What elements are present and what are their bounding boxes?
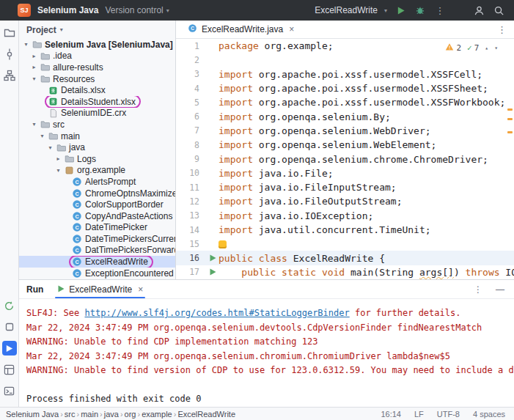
rerun-icon[interactable]: [2, 298, 17, 313]
breadcrumb-item[interactable]: Selenium Java: [6, 410, 59, 419]
chevron-down-icon[interactable]: ▾: [46, 144, 54, 151]
tree-item-dattimepickersforward[interactable]: CDatTimePickersForward: [19, 245, 175, 257]
console-output[interactable]: SLF4J: See http://www.slf4j.org/codes.ht…: [19, 299, 514, 407]
chevron-down-icon[interactable]: ▾: [60, 26, 63, 33]
run-icon[interactable]: [2, 341, 17, 355]
tree-item-idea[interactable]: ▸.idea: [19, 51, 175, 62]
tree-item-colorsupportborder[interactable]: CColorSupportBorder: [19, 199, 175, 210]
chevron-down-icon[interactable]: ▾: [30, 121, 38, 128]
search-icon[interactable]: [492, 4, 505, 17]
tree-item-selenium-java-seleniumjava[interactable]: ▾Selenium Java [SeleniumJava]~/IdeaProje…: [19, 39, 175, 51]
tree-item-label: DetailsStudent.xlsx: [61, 97, 136, 107]
chevron-down-icon[interactable]: ▾: [22, 41, 30, 48]
tree-item-label: DateTimePicker: [85, 222, 147, 232]
breadcrumb-item[interactable]: main: [81, 410, 98, 419]
intention-bulb-icon[interactable]: [219, 240, 227, 248]
checks-indicator[interactable]: ✓ 7: [467, 43, 479, 53]
user-icon[interactable]: [472, 4, 485, 17]
project-widget[interactable]: Selenium Java: [37, 5, 98, 15]
run-gutter-icon[interactable]: [207, 254, 219, 262]
breadcrumb-item[interactable]: example: [142, 410, 172, 419]
encoding[interactable]: UTF-8: [437, 410, 460, 419]
scrollbar-warning-marker[interactable]: [507, 108, 513, 111]
tree-item-chromeoptnsmaximized[interactable]: CChromeOptnsMaximized: [19, 188, 175, 199]
tree-item-datetimepicker[interactable]: CDateTimePicker: [19, 222, 175, 234]
tree-item-datetimepickerscurrent[interactable]: CDateTimePickersCurrent: [19, 233, 175, 245]
chevron-right-icon[interactable]: ▸: [54, 155, 62, 162]
stop-icon[interactable]: [2, 320, 17, 334]
warnings-indicator[interactable]: 2: [445, 43, 461, 54]
editor-tab[interactable]: C ExcelReadWrite.java ×: [182, 21, 300, 38]
tree-item-label: ChromeOptnsMaximized: [85, 188, 175, 199]
tree-item-src[interactable]: ▾src: [19, 119, 175, 130]
tree-item-org-example[interactable]: ▾org.example: [19, 165, 175, 177]
tree-item-label: allure-results: [53, 62, 103, 73]
tree-item-main[interactable]: ▾main: [19, 130, 175, 142]
run-config-selector[interactable]: ExcelReadWrite: [315, 5, 378, 15]
tree-item-logs[interactable]: ▸Logs: [19, 153, 175, 165]
terminal-icon[interactable]: [2, 383, 17, 398]
editor-tab-label: ExcelReadWrite.java: [202, 24, 283, 34]
tree-item-label: org.example: [77, 165, 125, 175]
chevron-right-icon[interactable]: ▸: [30, 53, 38, 59]
more-actions-icon[interactable]: ⋮: [433, 4, 447, 17]
breadcrumb-item[interactable]: java: [104, 410, 119, 419]
tree-item-exceptionencountered[interactable]: CExceptionEncountered: [19, 268, 175, 279]
debug-icon[interactable]: [414, 4, 427, 17]
line-number: 10: [176, 168, 207, 178]
svg-text:C: C: [75, 213, 78, 218]
next-issue-icon[interactable]: ▾: [494, 45, 498, 51]
close-icon[interactable]: ×: [138, 284, 143, 295]
more-vertical-icon[interactable]: ⋮: [497, 24, 510, 35]
inspections-widget[interactable]: 2 ✓ 7 ▴ ▾: [441, 41, 502, 55]
project-panel-title[interactable]: Project: [26, 25, 56, 35]
generic-file-icon: [47, 108, 59, 119]
vcs-label: Version control: [105, 5, 163, 15]
code-area[interactable]: 1package org.example;23import org.apache…: [176, 39, 514, 279]
console-link[interactable]: http://www.slf4j.org/codes.html#StaticLo…: [84, 308, 349, 318]
tree-item-excelreadwrite[interactable]: CExcelReadWrite: [19, 256, 175, 268]
indent-setting[interactable]: 4 spaces: [473, 410, 505, 419]
tree-item-allure-results[interactable]: ▸allure-results: [19, 62, 175, 73]
close-icon[interactable]: ×: [289, 24, 294, 34]
line-ending[interactable]: LF: [414, 410, 424, 419]
tree-item-label: CopyAndPasteActions: [85, 211, 172, 221]
tree-item-details-xlsx[interactable]: Details.xlsx: [19, 84, 175, 96]
breadcrumb-item[interactable]: org: [125, 410, 136, 419]
vcs-widget[interactable]: Version control ▾: [105, 5, 169, 15]
chevron-down-icon[interactable]: ▾: [54, 167, 62, 174]
prev-issue-icon[interactable]: ▴: [485, 45, 488, 51]
chevron-right-icon[interactable]: ▸: [30, 64, 38, 70]
tree-item-label: ExcelReadWrite: [85, 257, 148, 267]
project-icon[interactable]: [2, 26, 17, 40]
tree-item-alertsprompt[interactable]: CAlertsPrompt: [19, 176, 175, 188]
excel-file-icon: [47, 96, 59, 107]
more-vertical-icon[interactable]: ⋮: [471, 284, 485, 295]
run-button[interactable]: [394, 4, 407, 17]
scrollbar-warning-marker[interactable]: [507, 118, 513, 120]
tree-item-java[interactable]: ▾java: [19, 141, 175, 153]
breadcrumb-item[interactable]: src: [65, 410, 76, 419]
tree-item-copyandpasteactions[interactable]: CCopyAndPasteActions: [19, 210, 175, 222]
commit-icon[interactable]: [2, 47, 17, 62]
run-tab[interactable]: ExcelReadWrite ×: [52, 280, 148, 298]
chevron-down-icon[interactable]: ▾: [30, 75, 38, 82]
folder-icon: [31, 39, 43, 50]
code-text: [219, 238, 230, 249]
breadcrumb-item[interactable]: ExcelReadWrite: [177, 410, 235, 419]
chevron-down-icon[interactable]: ▾: [38, 133, 46, 139]
tree-item-resources[interactable]: ▾Resources: [19, 73, 175, 85]
line-number: 3: [176, 69, 207, 79]
structure-icon[interactable]: [2, 68, 17, 83]
run-gutter-icon[interactable]: [207, 268, 219, 276]
caret-position[interactable]: 16:14: [381, 410, 401, 419]
scrollbar-warning-marker[interactable]: [507, 131, 513, 133]
services-icon[interactable]: [2, 362, 17, 377]
tree-item-label: src: [53, 119, 65, 130]
tree-item-detailsstudent-xlsx[interactable]: DetailsStudent.xlsx: [19, 96, 175, 108]
code-text: import org.apache.poi.xssf.usermodel.XSS…: [219, 69, 482, 80]
line-number: 9: [176, 154, 207, 164]
tree-item-seleniumide-crx[interactable]: SeleniumIDE.crx: [19, 108, 175, 119]
line-number: 4: [176, 84, 207, 94]
hide-icon[interactable]: —: [493, 284, 507, 295]
